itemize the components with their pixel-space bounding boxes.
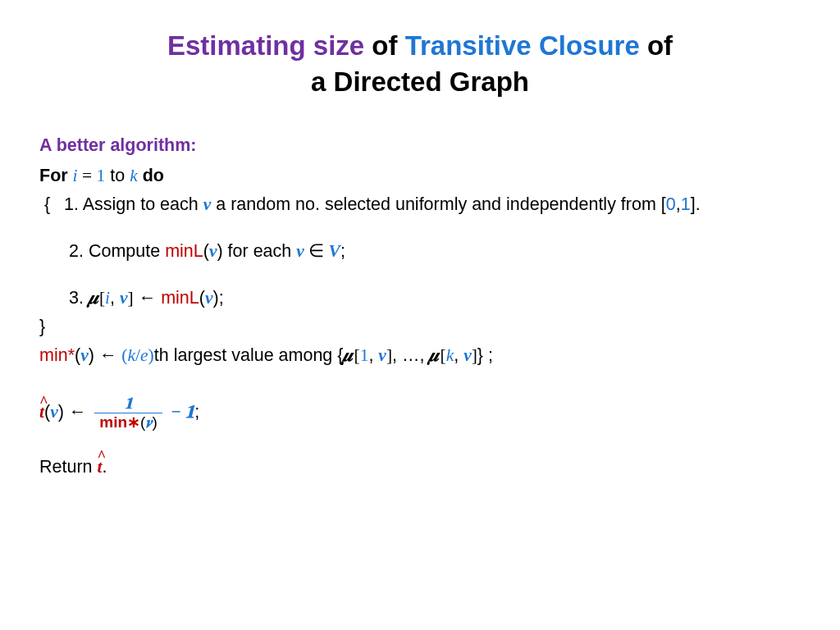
title-word-1: Estimating size: [167, 30, 364, 61]
step2-minL: minL: [165, 241, 203, 261]
hat-icon-2: ^: [98, 446, 103, 467]
one-bold: 𝟏: [185, 402, 194, 422]
step-1-line: {1. Assign to each v a random no. select…: [39, 193, 801, 217]
step3-mu: 𝝁: [89, 288, 99, 308]
minus-sign: −: [171, 402, 185, 422]
open-brace: {: [44, 193, 64, 217]
minstar-v2: v: [463, 345, 472, 365]
minstar-lb2: [: [440, 345, 445, 365]
to-word: to: [105, 166, 130, 185]
close-brace-line: }: [39, 315, 801, 339]
step3-pre: 3.: [69, 288, 89, 308]
minstar-e: e: [140, 345, 148, 365]
step2-rp: ): [217, 241, 222, 261]
step1-one: 1: [681, 194, 691, 214]
minstar-rb1: ]: [386, 345, 392, 365]
title-word-4: of: [640, 30, 673, 61]
minstar-end: } ;: [477, 345, 493, 365]
title-line-2: a Directed Graph: [311, 66, 529, 97]
step2-V: V: [329, 241, 340, 261]
for-keyword: For: [39, 166, 73, 185]
step1-post: ].: [691, 194, 701, 214]
minstar-label: min*: [39, 345, 75, 365]
step3-lp: (: [199, 288, 205, 308]
title-word-3: Transitive Closure: [405, 30, 640, 61]
return-t-hat: ^t: [98, 455, 103, 479]
that-line: ^t(v) ← 𝟏 min∗(𝒗) − 𝟏;: [39, 395, 801, 431]
minstar-mu2: 𝝁: [429, 345, 440, 365]
fraction: 𝟏 min∗(𝒗): [94, 395, 162, 431]
slide-body: A better algorithm: For i = 1 to k do {1…: [39, 134, 801, 479]
step3-c1: ,: [110, 288, 120, 308]
step-2-line: 2. Compute minL(v) for each v ∈ V;: [39, 240, 801, 263]
frac-den: min∗(𝒗): [94, 413, 162, 431]
minstar-kel: (: [121, 345, 127, 365]
step1-zero: 0: [666, 194, 676, 214]
minstar-rb2: ]: [472, 345, 477, 365]
step-3-line: 3. 𝝁[i, v] ← minL(v);: [39, 286, 801, 310]
do-keyword: do: [138, 166, 164, 185]
minstar-k2: k: [446, 345, 454, 365]
return-line: Return ^t.: [39, 455, 801, 479]
that-semi: ;: [194, 402, 199, 422]
step1-pre: 1. Assign to each: [64, 194, 203, 214]
minstar-mu1: 𝝁: [343, 345, 354, 365]
minstar-c2: ,: [454, 345, 463, 365]
step2-mid: for each: [223, 241, 297, 261]
step2-semi: ;: [340, 241, 345, 261]
step2-pre: 2. Compute: [69, 241, 165, 261]
step3-v2: v: [205, 288, 213, 308]
step3-lb: [: [99, 288, 105, 308]
num-1: 1: [96, 166, 105, 185]
minstar-c1: ,: [368, 345, 378, 365]
minstar-one: 1: [360, 345, 369, 365]
step3-v: v: [120, 288, 128, 308]
minstar-ker: ): [148, 345, 154, 365]
subheading: A better algorithm:: [39, 134, 801, 158]
minstar-mid: th largest value among {: [154, 345, 344, 365]
that-v: v: [50, 402, 58, 422]
title-word-2: of: [364, 30, 404, 61]
step3-arrow: ←: [134, 288, 161, 308]
step1-mid: a random no. selected uniformly and inde…: [211, 194, 666, 214]
minstar-k: k: [128, 345, 136, 365]
step3-rb: ]: [128, 288, 134, 308]
var-k: k: [130, 166, 138, 185]
return-keyword: Return: [39, 457, 98, 477]
frac-num: 𝟏: [94, 395, 162, 413]
step3-minL: minL: [161, 288, 199, 308]
den-rp: ): [152, 413, 157, 431]
minstar-line: min*(v) ← (k/e)th largest value among {𝝁…: [39, 344, 801, 368]
step2-v2: v: [296, 241, 304, 261]
step3-rp: );: [213, 288, 224, 308]
step1-v: v: [203, 194, 212, 214]
step2-in: ∈: [304, 241, 329, 261]
slide: Estimating size of Transitive Closure of…: [0, 0, 840, 479]
minstar-rp: ): [89, 345, 94, 365]
for-line: For i = 1 to k do: [39, 164, 801, 188]
eq-sign: =: [78, 166, 97, 185]
step2-lp: (: [203, 241, 209, 261]
minstar-lb1: [: [354, 345, 359, 365]
minstar-arrow: ←: [94, 345, 121, 365]
slide-title: Estimating size of Transitive Closure of…: [39, 28, 801, 99]
minstar-dots: , …,: [392, 345, 429, 365]
that-arrow: ←: [64, 402, 91, 422]
hat-icon: ^: [39, 392, 44, 413]
minstar-v1: v: [378, 345, 386, 365]
that-rp: ): [58, 402, 64, 422]
t-hat: ^t: [39, 400, 44, 424]
den-min: min∗: [99, 413, 140, 431]
minstar-v: v: [80, 345, 89, 365]
